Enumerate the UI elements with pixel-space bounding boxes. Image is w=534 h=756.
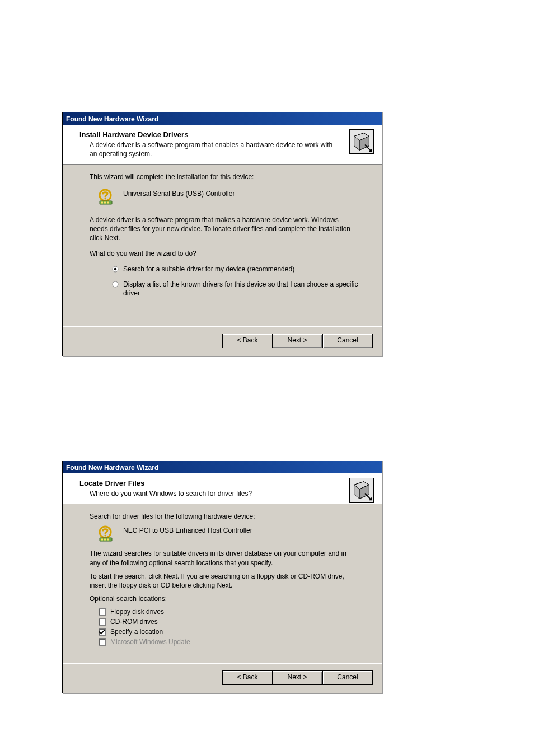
unknown-device-icon	[97, 525, 114, 542]
checkbox-label: Specify a location	[110, 628, 163, 636]
window-titlebar: Found New Hardware Wizard	[63, 112, 382, 125]
checkbox-label: CD-ROM drives	[110, 618, 158, 626]
wizard-header-subtitle: A device driver is a software program th…	[79, 140, 341, 158]
cancel-button[interactable]: Cancel	[322, 670, 373, 685]
svg-point-5	[104, 198, 106, 199]
checkbox-floppy[interactable]: Floppy disk drives	[99, 608, 374, 616]
intro-text: This wizard will complete the installati…	[90, 172, 369, 181]
wizard-header-title: Locate Driver Files	[79, 479, 374, 487]
svg-rect-7	[101, 201, 103, 203]
back-button[interactable]: < Back	[222, 670, 272, 685]
unknown-device-icon	[97, 189, 114, 205]
intro-text: Search for driver files for the followin…	[90, 512, 369, 521]
wizard-header-title: Install Hardware Device Drivers	[79, 130, 374, 139]
hardware-icon	[349, 129, 374, 154]
checkbox-msupdate: Microsoft Windows Update	[99, 638, 374, 646]
wizard-header-subtitle: Where do you want Windows to search for …	[79, 489, 341, 498]
checkbox-unchecked-icon	[99, 618, 106, 626]
cancel-button[interactable]: Cancel	[322, 334, 373, 348]
checkbox-checked-icon	[99, 628, 106, 636]
svg-point-12	[113, 281, 118, 287]
wizard-header: Install Hardware Device Drivers A device…	[63, 125, 382, 165]
hardware-icon	[349, 478, 374, 503]
svg-rect-9	[107, 201, 109, 203]
explain-text-1: The wizard searches for suitable drivers…	[90, 549, 374, 567]
svg-rect-21	[104, 539, 106, 541]
radio-label: Display a list of the known drivers for …	[123, 280, 374, 298]
device-row: NEC PCI to USB Enhanced Host Controller	[97, 525, 374, 542]
svg-rect-20	[101, 539, 103, 541]
question-text: What do you want the wizard to do?	[90, 249, 369, 258]
checkbox-label: Floppy disk drives	[110, 608, 164, 616]
device-name: NEC PCI to USB Enhanced Host Controller	[123, 527, 252, 534]
checkbox-label: Microsoft Windows Update	[110, 638, 190, 646]
window-title: Found New Hardware Wizard	[66, 464, 158, 472]
checkbox-unchecked-icon	[99, 638, 106, 646]
wizard-dialog-locate: Found New Hardware Wizard Locate Driver …	[62, 461, 382, 693]
checkbox-group: Floppy disk drives CD-ROM drives Specify…	[99, 608, 374, 646]
radio-button-unselected-icon	[112, 281, 119, 288]
radio-display[interactable]: Display a list of the known drivers for …	[112, 280, 374, 298]
next-button[interactable]: Next >	[272, 670, 322, 685]
wizard-header: Locate Driver Files Where do you want Wi…	[63, 473, 382, 504]
radio-button-selected-icon	[112, 266, 119, 273]
wizard-body: This wizard will complete the installati…	[63, 165, 382, 317]
wizard-body: Search for driver files for the followin…	[63, 504, 382, 654]
device-name: Universal Serial Bus (USB) Controller	[123, 190, 235, 198]
radio-search[interactable]: Search for a suitable driver for my devi…	[112, 265, 374, 274]
wizard-dialog-install: Found New Hardware Wizard Install Hardwa…	[62, 112, 382, 356]
svg-rect-8	[104, 201, 106, 203]
radio-group: Search for a suitable driver for my devi…	[112, 265, 374, 298]
checkbox-specify[interactable]: Specify a location	[99, 628, 374, 636]
checkbox-cdrom[interactable]: CD-ROM drives	[99, 618, 374, 626]
svg-point-18	[104, 535, 106, 537]
device-row: Universal Serial Bus (USB) Controller	[97, 189, 374, 205]
svg-rect-22	[107, 539, 109, 541]
checkbox-unchecked-icon	[99, 608, 106, 616]
svg-point-11	[114, 268, 117, 271]
explain-text-2: To start the search, click Next. If you …	[90, 572, 374, 590]
radio-label: Search for a suitable driver for my devi…	[123, 265, 294, 274]
optional-locations-label: Optional search locations:	[90, 594, 369, 603]
window-title: Found New Hardware Wizard	[66, 115, 158, 123]
button-row: < Back Next > Cancel	[63, 664, 382, 693]
back-button[interactable]: < Back	[222, 334, 272, 348]
next-button[interactable]: Next >	[272, 334, 322, 348]
explain-text: A device driver is a software program th…	[90, 215, 374, 243]
window-titlebar: Found New Hardware Wizard	[63, 461, 382, 473]
button-row: < Back Next > Cancel	[63, 327, 382, 356]
